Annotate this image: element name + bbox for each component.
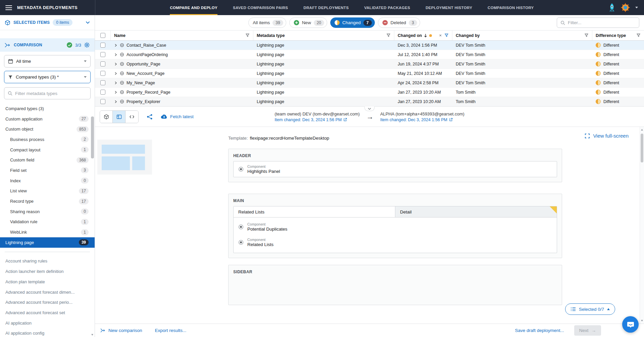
metadata-type-compared-types-3[interactable]: Compared types (3) <box>0 103 95 114</box>
target-item-changed-link[interactable]: Item changed: Dec 3, 2024 1:56 PM <box>380 117 464 122</box>
selected-components-button[interactable]: Selected 0/7 <box>565 303 615 315</box>
code-view-button[interactable] <box>126 111 138 123</box>
chat-widget-button[interactable] <box>622 316 639 333</box>
new-comparison-button[interactable]: New comparison <box>100 328 142 333</box>
metadata-type-advanced-account-forecast-perio[interactable]: Advanced account forecast perio... <box>0 297 95 307</box>
time-filter-select[interactable]: All time <box>4 55 91 67</box>
compared-types-select[interactable]: Compared types (3) * <box>4 71 91 83</box>
rocket-icon[interactable] <box>608 3 615 12</box>
metadata-type-ai-application-config[interactable]: AI application config <box>0 328 95 337</box>
column-header-metadata-type[interactable]: Metadata type <box>253 31 394 40</box>
table-row-contact-raise-case[interactable]: Contact_Raise_CaseLightning pageDec 3, 2… <box>95 41 644 50</box>
table-row-property-record-page[interactable]: Property_Record_PageLightning pageJan 27… <box>95 88 644 97</box>
nav-tab-deployment-history[interactable]: DEPLOYMENT HISTORY <box>426 0 472 15</box>
sidebar-scrollbar[interactable] <box>91 99 94 337</box>
sidebar-scrollbar-down-arrow[interactable] <box>91 334 93 336</box>
gear-icon[interactable] <box>84 42 90 48</box>
filter-pill-all-items[interactable]: All items39 <box>248 17 286 28</box>
active-filter-funnel-icon[interactable] <box>444 33 449 38</box>
metadata-type-compact-layout[interactable]: Compact layout1 <box>0 145 95 155</box>
column-header-changed-by[interactable]: Changed by <box>452 31 592 40</box>
fetch-latest-button[interactable]: Fetch latest <box>161 114 194 119</box>
row-checkbox[interactable] <box>100 43 105 48</box>
row-select-cell <box>95 41 111 50</box>
filter-pill-changed[interactable]: Changed7 <box>330 17 375 28</box>
filter-funnel-icon[interactable] <box>636 33 641 38</box>
metadata-type-account-sharing-rules[interactable]: Account sharing rules <box>0 256 95 267</box>
row-checkbox[interactable] <box>100 80 105 85</box>
metadata-type-search-input[interactable] <box>15 91 87 96</box>
table-row-new-account-page[interactable]: New_Account_PageLightning pageMay 21, 20… <box>95 69 644 78</box>
metadata-type-custom-application[interactable]: Custom application27 <box>0 114 95 124</box>
filter-pill-new[interactable]: New20 <box>289 17 327 28</box>
filter-pill-deleted[interactable]: Deleted3 <box>378 17 420 28</box>
detail-scrollbar[interactable] <box>640 127 644 324</box>
scrollbar-down-arrow[interactable] <box>641 320 643 322</box>
selected-items-header[interactable]: SELECTED ITEMS 0 items <box>0 15 95 30</box>
share-icon[interactable] <box>147 114 153 120</box>
view-mode-switcher <box>100 110 139 123</box>
metadata-type-index[interactable]: Index0 <box>0 176 95 186</box>
metadata-type-list-view[interactable]: List view17 <box>0 186 95 196</box>
filter-funnel-icon[interactable] <box>245 33 250 38</box>
user-menu-caret-icon[interactable] <box>635 7 638 8</box>
tab-detail[interactable]: Detail <box>395 206 557 217</box>
metadata-type-advanced-account-forecast-set[interactable]: Advanced account forecast set <box>0 307 95 318</box>
component-name: Potential Duplicates <box>247 227 287 232</box>
row-checkbox[interactable] <box>100 52 105 57</box>
detail-scrollbar-thumb[interactable] <box>641 134 643 162</box>
clear-filter-icon[interactable]: × <box>438 33 442 38</box>
avatar-gear-icon[interactable] <box>620 2 631 13</box>
component-row-highlights-panel[interactable]: ComponentHighlights Panel <box>234 161 557 177</box>
comparison-section-header[interactable]: COMPARISON 3/3 <box>0 38 95 52</box>
row-checkbox[interactable] <box>100 71 105 76</box>
scrollbar-up-arrow[interactable] <box>641 129 643 131</box>
metadata-type-field-set[interactable]: Field set3 <box>0 165 95 176</box>
metadata-type-sharing-reason[interactable]: Sharing reason0 <box>0 206 95 217</box>
save-draft-deployment-button[interactable]: Save draft deployment... <box>515 328 564 333</box>
table-row-opportunity-page[interactable]: Opportunity_PageLightning pageJun 19, 20… <box>95 59 644 69</box>
table-row-property-explorer[interactable]: Property_ExplorerLightning pageJan 27, 2… <box>95 97 644 106</box>
metadata-type-validation-rule[interactable]: Validation rule1 <box>0 217 95 227</box>
column-header-name[interactable]: Name <box>111 31 253 40</box>
view-fullscreen-button[interactable]: View full-screen <box>585 133 629 139</box>
filter-funnel-icon[interactable] <box>584 33 589 38</box>
filter-funnel-icon[interactable] <box>386 33 391 38</box>
sidebar-scrollbar-thumb[interactable] <box>91 116 94 158</box>
metadata-type-action-launcher-item-definition[interactable]: Action launcher item definition <box>0 266 95 277</box>
nav-tab-saved-comparison-pairs[interactable]: SAVED COMPARISON PAIRS <box>233 0 288 15</box>
nav-tab-validated-packages[interactable]: VALIDATED PACKAGES <box>364 0 410 15</box>
metadata-type-custom-object[interactable]: Custom object853 <box>0 124 95 134</box>
hamburger-menu-icon[interactable] <box>5 5 12 10</box>
nav-tab-compare-and-deploy[interactable]: COMPARE AND DEPLOY <box>170 0 217 15</box>
row-checkbox[interactable] <box>100 90 105 95</box>
row-checkbox[interactable] <box>100 99 105 104</box>
metadata-type-record-type[interactable]: Record type17 <box>0 196 95 206</box>
table-row-accountpageordering[interactable]: AccountPageOrderingLightning pageJul 12,… <box>95 50 644 59</box>
export-results-button[interactable]: Export results... <box>155 328 187 333</box>
component-row-potential-duplicates[interactable]: ComponentPotential Duplicates <box>234 219 557 235</box>
table-row-my-new-page[interactable]: My_New_PageLightning pageApr 24, 2024 2:… <box>95 78 644 88</box>
grid-filter-input[interactable] <box>568 20 636 25</box>
column-header-difference-type[interactable]: Difference type <box>592 31 644 40</box>
tab-related-lists[interactable]: Related Lists <box>234 206 395 217</box>
column-view-button[interactable] <box>113 111 126 123</box>
metadata-type-business-process[interactable]: Business process2 <box>0 134 95 145</box>
metadata-type-lightning-page[interactable]: Lightning page39 <box>0 237 95 248</box>
metadata-type-advanced-account-forecast-dimen[interactable]: Advanced account forecast dimen... <box>0 287 95 297</box>
chevron-down-icon[interactable] <box>86 19 90 26</box>
metadata-type-weblink[interactable]: WebLink1 <box>0 227 95 237</box>
difference-type-value: Different <box>603 81 619 85</box>
next-button[interactable]: Next → <box>574 325 601 336</box>
nav-tab-comparison-history[interactable]: COMPARISON HISTORY <box>488 0 534 15</box>
cube-view-button[interactable] <box>100 111 113 123</box>
row-checkbox[interactable] <box>100 61 105 66</box>
nav-tab-draft-deployments[interactable]: DRAFT DEPLOYMENTS <box>303 0 349 15</box>
metadata-type-ai-application[interactable]: AI application <box>0 318 95 328</box>
metadata-type-action-plan-template[interactable]: Action plan template <box>0 277 95 287</box>
select-all-checkbox[interactable] <box>100 33 105 38</box>
component-row-related-lists[interactable]: ComponentRelated Lists <box>234 235 557 250</box>
column-header-changed-on[interactable]: Changed on × <box>394 31 452 40</box>
source-item-changed-link[interactable]: Item changed: Dec 3, 2024 1:56 PM <box>275 117 360 122</box>
metadata-type-custom-field[interactable]: Custom field368 <box>0 155 95 165</box>
